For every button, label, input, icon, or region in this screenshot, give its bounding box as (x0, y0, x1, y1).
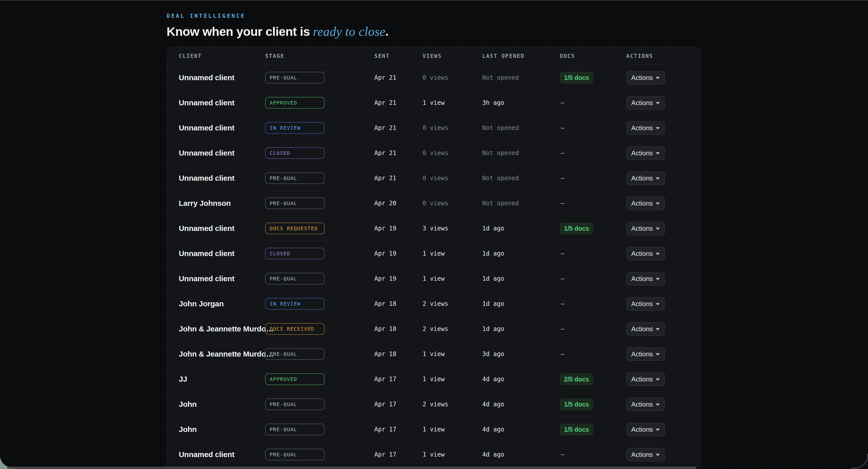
actions-button[interactable]: Actions (626, 172, 665, 185)
docs-cell: — (560, 99, 626, 106)
docs-progress-badge: 2/5 docs (560, 373, 593, 385)
actions-button[interactable]: Actions (626, 197, 665, 210)
sent-date: Apr 20 (374, 200, 423, 207)
client-name: Unnamed client (179, 249, 235, 258)
actions-button[interactable]: Actions (626, 272, 665, 286)
views-count: 2 views (423, 300, 482, 307)
column-header-views: VIEWS (423, 53, 482, 59)
docs-cell: — (560, 350, 626, 358)
table-row: John PRE-QUAL Apr 17 2 views 4d ago 1/5 … (167, 392, 700, 417)
table-row: Unnamed client PRE-QUAL Apr 21 0 views N… (167, 65, 700, 90)
table-row: Larry Johnson PRE-QUAL Apr 20 0 views No… (167, 191, 700, 216)
actions-button-label: Actions (631, 325, 653, 333)
client-name: John & Jeannette Murdo… (179, 350, 274, 358)
column-header-last-opened: LAST OPENED (482, 53, 560, 59)
actions-button-label: Actions (631, 275, 653, 283)
actions-button[interactable]: Actions (626, 146, 665, 160)
docs-cell: — (560, 200, 626, 207)
chevron-down-icon (656, 429, 660, 431)
actions-button[interactable]: Actions (626, 398, 665, 411)
column-header-client: CLIENT (167, 53, 265, 59)
chevron-down-icon (656, 102, 660, 104)
docs-cell: — (560, 250, 626, 257)
actions-button-label: Actions (631, 99, 653, 107)
sent-date: Apr 17 (374, 451, 423, 458)
table-row: Unnamed client PRE-QUAL Apr 17 1 view 4d… (167, 442, 700, 467)
actions-button[interactable]: Actions (626, 96, 665, 110)
docs-empty-dash: — (560, 124, 564, 131)
actions-button[interactable]: Actions (626, 247, 665, 260)
docs-cell: 1/5 docs (560, 398, 626, 410)
table-header-row: CLIENT STAGE SENT VIEWS LAST OPENED DOCS… (167, 47, 700, 65)
actions-button-label: Actions (631, 225, 653, 232)
sent-date: Apr 19 (374, 250, 423, 257)
stage-badge: DOCS RECEIVED (265, 323, 324, 335)
client-name: Unnamed client (179, 149, 235, 157)
column-header-actions: ACTIONS (626, 53, 700, 59)
page-background: DEAL INTELLIGENCE Know when your client … (0, 0, 868, 469)
chevron-down-icon (656, 228, 660, 230)
docs-empty-dash: — (560, 300, 564, 307)
column-header-stage: STAGE (265, 53, 374, 59)
actions-button[interactable]: Actions (626, 448, 665, 461)
last-opened: 4d ago (482, 376, 560, 383)
last-opened: Not opened (482, 124, 560, 131)
docs-empty-dash: — (560, 149, 564, 157)
docs-empty-dash: — (560, 451, 564, 458)
docs-cell: — (560, 124, 626, 131)
sent-date: Apr 21 (374, 149, 423, 157)
last-opened: 3d ago (482, 350, 560, 358)
sent-date: Apr 17 (374, 376, 423, 383)
stage-badge: PRE-QUAL (265, 72, 324, 83)
actions-button[interactable]: Actions (626, 423, 665, 436)
actions-button[interactable]: Actions (626, 373, 665, 386)
last-opened: Not opened (482, 74, 560, 81)
views-count: 2 views (423, 325, 482, 332)
panel-rounded-corner (0, 452, 33, 467)
views-count: 2 views (423, 401, 482, 408)
docs-empty-dash: — (560, 350, 564, 358)
actions-button[interactable]: Actions (626, 121, 665, 135)
docs-cell: — (560, 149, 626, 157)
column-header-docs: DOCS (560, 53, 626, 59)
last-opened: 1d ago (482, 325, 560, 332)
actions-button-label: Actions (631, 451, 653, 459)
table-row: Unnamed client APPROVED Apr 21 1 view 3h… (167, 90, 700, 115)
last-opened: Not opened (482, 200, 560, 207)
views-count: 0 views (423, 74, 482, 81)
last-opened: 1d ago (482, 225, 560, 232)
views-count: 1 view (423, 250, 482, 257)
actions-button[interactable]: Actions (626, 347, 665, 361)
actions-button[interactable]: Actions (626, 222, 665, 235)
chevron-down-icon (656, 127, 660, 129)
sent-date: Apr 21 (374, 74, 423, 81)
chevron-down-icon (656, 404, 660, 406)
section-eyebrow: DEAL INTELLIGENCE (166, 13, 388, 19)
actions-button[interactable]: Actions (626, 297, 665, 311)
stage-badge: CLOSED (265, 248, 324, 259)
stage-badge: IN REVIEW (265, 122, 324, 134)
views-count: 3 views (423, 225, 482, 232)
docs-progress-badge: 1/5 docs (560, 72, 593, 84)
column-header-sent: SENT (374, 53, 423, 59)
actions-button[interactable]: Actions (626, 71, 665, 85)
table-row: John PRE-QUAL Apr 17 1 view 4d ago 1/5 d… (167, 417, 700, 442)
docs-empty-dash: — (560, 250, 564, 257)
actions-button-label: Actions (631, 199, 653, 207)
sent-date: Apr 21 (374, 99, 423, 106)
last-opened: 3h ago (482, 99, 560, 106)
chevron-down-icon (656, 152, 660, 155)
client-name: John & Jeannette Murdo… (179, 325, 274, 333)
stage-badge: PRE-QUAL (265, 348, 324, 360)
actions-button[interactable]: Actions (626, 322, 665, 336)
last-opened: 4d ago (482, 401, 560, 408)
last-opened: Not opened (482, 149, 560, 157)
table-row: JJ APPROVED Apr 17 1 view 4d ago 2/5 doc… (167, 367, 700, 392)
stage-badge: DOCS REQUESTED (265, 223, 324, 234)
last-opened: 4d ago (482, 451, 560, 458)
client-name: John Jorgan (179, 299, 224, 308)
client-name: Unnamed client (179, 98, 235, 107)
actions-button-label: Actions (631, 300, 653, 308)
table-body: Unnamed client PRE-QUAL Apr 21 0 views N… (167, 65, 700, 467)
actions-button-label: Actions (631, 74, 653, 82)
